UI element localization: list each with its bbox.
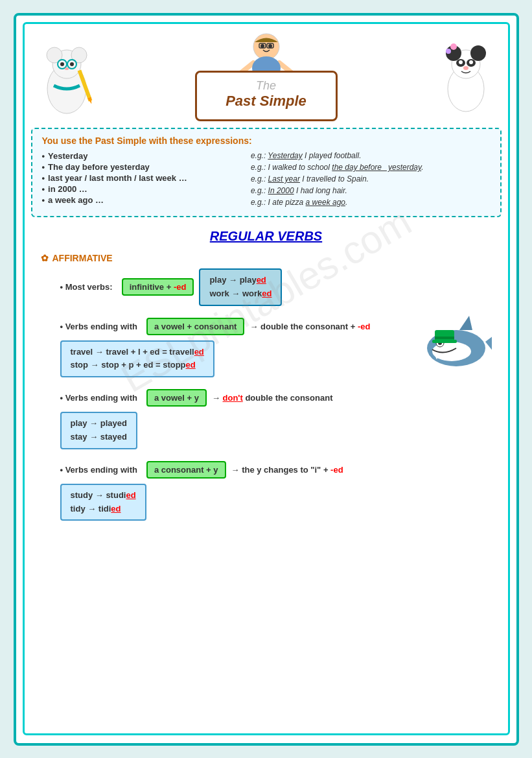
- svg-point-23: [470, 45, 486, 61]
- condition-box-vc: a vowel + consonant: [146, 318, 245, 335]
- expressions-list: Yesterday The day before yesterday last …: [42, 151, 238, 209]
- svg-marker-34: [459, 316, 472, 330]
- svg-point-30: [463, 66, 468, 70]
- rule-consonant-y: • Verbs ending with a consonant + y → th…: [60, 461, 502, 521]
- expressions-box: You use the Past Simple with these expre…: [31, 128, 502, 217]
- bullet-vowel-y: • Verbs ending with: [60, 393, 137, 403]
- example: e.g.: I walked to school the day before …: [251, 163, 491, 172]
- svg-point-12: [253, 34, 279, 60]
- shark-decoration: [421, 303, 492, 383]
- page: ESLprintables.com: [14, 13, 519, 746]
- rule-desc-cy: → the y changes to "i" + -ed: [231, 465, 343, 475]
- example: e.g.: I ate pizza a week ago.: [251, 198, 491, 207]
- svg-point-25: [446, 49, 451, 54]
- rule-desc-vy: → don't double the consonant: [212, 393, 333, 403]
- list-item: in 2000 …: [42, 184, 238, 194]
- svg-point-7: [60, 62, 64, 66]
- section-title: REGULAR VERBS: [31, 229, 502, 244]
- formula-box: infinitive + -ed: [122, 278, 194, 296]
- expressions-grid: Yesterday The day before yesterday last …: [42, 151, 491, 209]
- bullet-consonant-y: • Verbs ending with: [60, 465, 137, 475]
- expressions-examples: e.g.: Yesterday I played football. e.g.:…: [251, 151, 491, 209]
- example: e.g.: Yesterday I played football.: [251, 151, 491, 160]
- header: The Past Simple: [31, 30, 502, 121]
- rule-most-verbs: • Most verbs: infinitive + -ed play → pl…: [60, 268, 502, 306]
- left-character: [31, 30, 109, 121]
- condition-box-cy: a consonant + y: [146, 461, 226, 479]
- list-item: Yesterday: [42, 151, 238, 161]
- svg-point-24: [450, 43, 457, 50]
- bullet-vowel-consonant: • Verbs ending with: [60, 322, 137, 331]
- rule-vowel-y: • Verbs ending with a vowel + y → don't …: [60, 389, 502, 449]
- svg-rect-39: [435, 337, 454, 339]
- example: e.g.: Last year I travelled to Spain.: [251, 174, 491, 184]
- rule-desc-vc: → double the consonant + -ed: [249, 322, 370, 331]
- examples-box-4: study → studied tidy → tidied: [60, 484, 146, 521]
- title-the: The: [216, 79, 316, 93]
- example: e.g.: In 2000 I had long hair.: [251, 186, 491, 195]
- condition-box-vy: a vowel + y: [146, 389, 207, 407]
- examples-box-3: play → played stay → stayed: [60, 412, 137, 449]
- bullet-most-verbs: • Most verbs:: [60, 282, 113, 292]
- examples-box-2: travel → travel + l + ed = travelled sto…: [60, 340, 214, 378]
- svg-point-13: [260, 44, 264, 48]
- title-card: The Past Simple: [195, 71, 338, 121]
- svg-rect-38: [432, 340, 457, 343]
- list-item: last year / last month / last week …: [42, 173, 238, 183]
- affirmative-title: AFFIRMATIVE: [41, 253, 502, 263]
- svg-point-28: [459, 60, 463, 64]
- title-past-simple: Past Simple: [216, 93, 316, 110]
- svg-point-9: [65, 67, 69, 70]
- affirmative-section: AFFIRMATIVE • Most verbs: infinitive + -…: [41, 253, 502, 521]
- list-item: a week ago …: [42, 195, 238, 205]
- examples-box-1: play → played work → worked: [199, 268, 282, 306]
- list-item: The day before yesterday: [42, 162, 238, 172]
- right-character: [430, 30, 502, 121]
- svg-point-8: [70, 62, 74, 66]
- svg-point-29: [469, 60, 473, 64]
- svg-marker-32: [485, 332, 492, 358]
- svg-point-14: [268, 44, 272, 48]
- expressions-title: You use the Past Simple with these expre…: [42, 136, 491, 146]
- outer-border: ESLprintables.com: [23, 22, 510, 735]
